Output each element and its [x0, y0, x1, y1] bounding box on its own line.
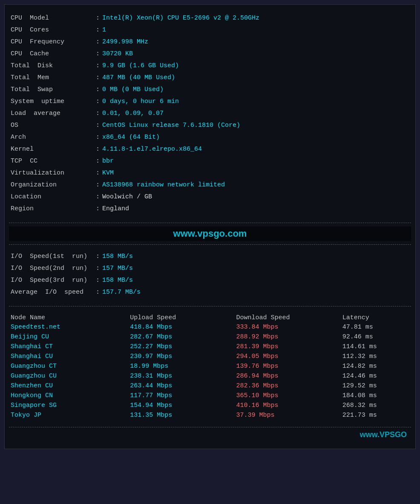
- sysinfo-colon: :: [96, 25, 100, 35]
- sysinfo-row: Total Swap : 0 MB (0 MB Used): [11, 85, 409, 95]
- sysinfo-row: Load average : 0.01, 0.09, 0.07: [11, 109, 409, 119]
- sysinfo-row: CPU Model : Intel(R) Xeon(R) CPU E5-2696…: [11, 13, 409, 23]
- col-download: Download Speed: [236, 313, 342, 322]
- watermark: www.vpsgo.com: [9, 226, 411, 241]
- sysinfo-label: System uptime: [11, 97, 96, 107]
- network-latency: 268.32 ms: [342, 401, 409, 410]
- sysinfo-value: AS138968 rainbow network limited: [102, 180, 225, 190]
- network-node: Hongkong CN: [11, 391, 130, 401]
- sysinfo-colon: :: [96, 37, 100, 47]
- network-latency: 184.08 ms: [342, 391, 409, 401]
- sysinfo-value: 0 days, 0 hour 6 min: [102, 97, 179, 107]
- sysinfo-label: Total Disk: [11, 61, 96, 71]
- io-colon: :: [96, 275, 100, 286]
- col-upload: Upload Speed: [130, 313, 236, 322]
- sysinfo-value: x86_64 (64 Bit): [102, 132, 160, 143]
- sysinfo-label: Load average: [11, 109, 96, 119]
- io-label: I/O Speed(1st run): [11, 252, 96, 262]
- io-colon: :: [96, 287, 100, 298]
- io-value: 157.7 MB/s: [102, 287, 141, 298]
- network-latency: 129.52 ms: [342, 381, 409, 391]
- network-node: Beijing CU: [11, 332, 130, 342]
- sysinfo-colon: :: [96, 204, 100, 214]
- sysinfo-label: Location: [11, 192, 96, 202]
- network-upload: 117.77 Mbps: [130, 391, 236, 401]
- sysinfo-row: Region : England: [11, 204, 409, 214]
- sysinfo-row: CPU Cache : 30720 KB: [11, 49, 409, 59]
- io-row: I/O Speed(3rd run) : 158 MB/s: [11, 275, 409, 286]
- network-download: 294.05 Mbps: [236, 352, 342, 361]
- sysinfo-colon: :: [96, 144, 100, 155]
- sysinfo-label: CPU Cache: [11, 49, 96, 59]
- sysinfo-label: Kernel: [11, 144, 96, 155]
- col-node: Node Name: [11, 313, 130, 322]
- sysinfo-colon: :: [96, 180, 100, 190]
- sysinfo-value: England: [102, 204, 129, 214]
- network-download: 281.39 Mbps: [236, 342, 342, 352]
- sysinfo-value: 2499.998 MHz: [102, 37, 148, 47]
- sysinfo-colon: :: [96, 61, 100, 71]
- network-upload: 263.44 Mbps: [130, 381, 236, 391]
- sysinfo-colon: :: [96, 168, 100, 178]
- bottom-area: www.VPSGO: [9, 431, 411, 444]
- network-download: 37.39 Mbps: [236, 410, 342, 420]
- network-table: Node Name Upload Speed Download Speed La…: [11, 313, 409, 420]
- sysinfo-label: Virtualization: [11, 168, 96, 178]
- network-row: Beijing CU282.67 Mbps288.92 Mbps92.46 ms: [11, 332, 409, 342]
- io-row: Average I/O speed : 157.7 MB/s: [11, 287, 409, 298]
- network-upload: 131.35 Mbps: [130, 410, 236, 420]
- sysinfo-label: Region: [11, 204, 96, 214]
- io-colon: :: [96, 252, 100, 262]
- sysinfo-label: Total Swap: [11, 85, 96, 95]
- network-latency: 47.81 ms: [342, 322, 409, 332]
- network-node: Tokyo JP: [11, 410, 130, 420]
- network-upload: 252.27 Mbps: [130, 342, 236, 352]
- sysinfo-colon: :: [96, 120, 100, 131]
- sysinfo-row: Location : Woolwich / GB: [11, 192, 409, 202]
- sysinfo-label: OS: [11, 120, 96, 131]
- io-value: 157 MB/s: [102, 263, 133, 274]
- network-upload: 282.67 Mbps: [130, 332, 236, 342]
- network-download: 288.92 Mbps: [236, 332, 342, 342]
- network-row: Tokyo JP131.35 Mbps37.39 Mbps221.73 ms: [11, 410, 409, 420]
- network-node: Singapore SG: [11, 401, 130, 410]
- terminal-window: CPU Model : Intel(R) Xeon(R) CPU E5-2696…: [4, 4, 416, 449]
- network-node: Guangzhou CT: [11, 361, 130, 371]
- sysinfo-label: Arch: [11, 132, 96, 143]
- sysinfo-colon: :: [96, 97, 100, 107]
- sysinfo-row: CPU Cores : 1: [11, 25, 409, 35]
- network-row: Shenzhen CU263.44 Mbps282.36 Mbps129.52 …: [11, 381, 409, 391]
- divider-2: [9, 244, 411, 245]
- sysinfo-label: Total Mem: [11, 73, 96, 83]
- network-node: Shenzhen CU: [11, 381, 130, 391]
- sysinfo-row: TCP CC : bbr: [11, 156, 409, 166]
- network-upload: 418.84 Mbps: [130, 322, 236, 332]
- network-latency: 124.82 ms: [342, 361, 409, 371]
- sysinfo-row: Kernel : 4.11.8-1.el7.elrepo.x86_64: [11, 144, 409, 155]
- network-row: Hongkong CN117.77 Mbps365.10 Mbps184.08 …: [11, 391, 409, 401]
- network-upload: 18.99 Mbps: [130, 361, 236, 371]
- sysinfo-value: 1: [102, 25, 106, 35]
- sysinfo-row: Virtualization : KVM: [11, 168, 409, 178]
- sysinfo-label: CPU Frequency: [11, 37, 96, 47]
- sysinfo-colon: :: [96, 156, 100, 166]
- network-download: 365.10 Mbps: [236, 391, 342, 401]
- sysinfo-value: 487 MB (40 MB Used): [102, 73, 175, 83]
- sysinfo-label: TCP CC: [11, 156, 96, 166]
- io-section: I/O Speed(1st run) : 158 MB/sI/O Speed(2…: [9, 248, 411, 303]
- network-row: Speedtest.net418.84 Mbps333.84 Mbps47.81…: [11, 322, 409, 332]
- divider-1: [9, 223, 411, 223]
- network-header-row: Node Name Upload Speed Download Speed La…: [11, 313, 409, 322]
- network-latency: 124.46 ms: [342, 371, 409, 381]
- sysinfo-row: OS : CentOS Linux release 7.6.1810 (Core…: [11, 120, 409, 131]
- network-node: Speedtest.net: [11, 322, 130, 332]
- io-value: 158 MB/s: [102, 252, 133, 262]
- network-row: Shanghai CT252.27 Mbps281.39 Mbps114.61 …: [11, 342, 409, 352]
- col-latency: Latency: [342, 313, 409, 322]
- network-upload: 230.97 Mbps: [130, 352, 236, 361]
- network-download: 139.76 Mbps: [236, 361, 342, 371]
- io-value: 158 MB/s: [102, 275, 133, 286]
- sysinfo-colon: :: [96, 109, 100, 119]
- network-row: Guangzhou CT18.99 Mbps139.76 Mbps124.82 …: [11, 361, 409, 371]
- network-node: Shanghai CU: [11, 352, 130, 361]
